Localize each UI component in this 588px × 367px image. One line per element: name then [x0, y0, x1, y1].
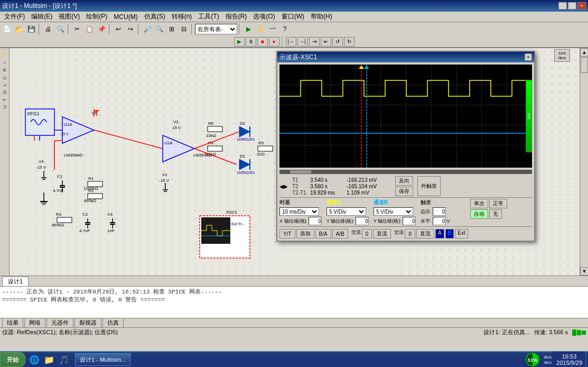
tab-components[interactable]: 元器件 [46, 318, 73, 328]
menu-edit[interactable]: 编辑(E) [28, 11, 55, 22]
single-button[interactable]: 单次 [470, 199, 488, 208]
print-button[interactable]: 🖨 [42, 23, 54, 35]
ext-icon[interactable]: Ext [455, 229, 468, 238]
ie-icon[interactable]: 🌐 [27, 353, 41, 366]
zoom-in-button[interactable]: 🔎 [142, 23, 153, 35]
panel-item-5[interactable]: L [2, 81, 8, 88]
panel-item-1[interactable]: ⚡ [2, 49, 8, 59]
paste-button[interactable]: 📌 [96, 23, 107, 35]
new-button[interactable]: 📄 [1, 23, 13, 35]
sim-step4-button[interactable]: ⇤ [321, 37, 331, 47]
ba-button[interactable]: B/A [315, 229, 331, 238]
panel-item-7[interactable]: T [2, 96, 8, 104]
trigger-level-input[interactable] [433, 217, 446, 225]
sim-reset-button[interactable]: ↺ [332, 37, 343, 47]
sim-record-button[interactable]: ● [269, 37, 279, 47]
panel-item-4[interactable]: C [2, 74, 8, 82]
menu-place[interactable]: 绘制(P) [83, 11, 110, 22]
trigger-edge-input[interactable] [433, 207, 446, 216]
sim-step3-button[interactable]: ⇥ [309, 37, 320, 47]
tab-design1[interactable]: 设计1 [2, 277, 29, 286]
channel-a-scale[interactable]: 5 V/Div [326, 207, 366, 216]
timebase-scale[interactable]: 10 ms/Div [279, 207, 319, 216]
explorer-icon[interactable]: 📁 [42, 353, 56, 366]
zoom-fit-button[interactable]: ⊞ [166, 23, 178, 35]
osc-scroll-thumb[interactable] [290, 170, 311, 173]
menu-view[interactable]: 视图(V) [55, 11, 83, 22]
menu-reports[interactable]: 报告(R) [222, 11, 250, 22]
menu-tools[interactable]: 工具(T) [195, 11, 222, 22]
scroll-thumb[interactable] [581, 57, 588, 73]
tab-results[interactable]: 结果 [2, 318, 23, 328]
sim-step2-button[interactable]: →| [297, 37, 308, 47]
channel-b-scale[interactable]: 5 V/Div [374, 207, 413, 216]
sim-rerun-button[interactable]: ↻ [344, 37, 354, 47]
menu-mcu[interactable]: MCU(M) [110, 12, 141, 22]
cha-dc1-button[interactable]: 0 [362, 229, 372, 238]
panel-item-2[interactable]: ~ [2, 59, 8, 66]
undo-button[interactable]: ↩ [113, 23, 124, 35]
minimize-button[interactable]: _ [558, 2, 567, 10]
run-button[interactable]: ▶ [242, 23, 254, 35]
wire-button[interactable]: 〰 [267, 23, 278, 35]
right-scrollbar[interactable]: ▲ ▼ [580, 48, 588, 276]
add-button[interactable]: 添加 [296, 229, 314, 238]
x-pos-input[interactable] [309, 217, 322, 225]
save-button[interactable]: 保存 [395, 187, 413, 196]
menu-simulate[interactable]: 仿真(S) [141, 11, 169, 22]
t1-arrows[interactable]: ◀▶ [279, 183, 290, 189]
zoom-area-button[interactable]: ⊟ [178, 23, 190, 35]
tab-split-view[interactable]: 裂视器 [74, 318, 101, 328]
ya-pos-input[interactable] [356, 217, 369, 225]
sim-pause-button[interactable]: ⏸ [246, 37, 256, 47]
none-button[interactable]: 无 [489, 209, 502, 219]
schematic-canvas[interactable]: XFG1 U1A -15 V LM358AD V5 U2A LM393AD V2… [10, 48, 580, 276]
menu-help[interactable]: 帮助(H) [307, 11, 335, 22]
print-preview-button[interactable]: 🔍 [54, 23, 66, 35]
menu-transfer[interactable]: 转移(n) [169, 11, 195, 22]
scroll-up-button[interactable]: ▲ [580, 48, 588, 57]
cha-direct-button[interactable]: 直流 [373, 229, 391, 238]
chb-direct-button[interactable]: 直流 [416, 229, 434, 238]
open-button[interactable]: 📂 [13, 23, 25, 35]
menu-file[interactable]: 文件(F) [1, 11, 28, 22]
copy-button[interactable]: 📋 [83, 23, 95, 35]
sim-play-button[interactable]: ▶ [234, 37, 245, 47]
ab-button[interactable]: A/B [332, 229, 348, 238]
chan-b-icon[interactable]: B [445, 229, 454, 238]
reverse-button[interactable]: 反向 [395, 176, 413, 186]
osc-scrollbar[interactable] [279, 170, 532, 174]
zoom-out-button[interactable]: 🔍 [154, 23, 165, 35]
tab-simulation[interactable]: 仿真 [102, 318, 124, 328]
auto-button[interactable]: 自动 [470, 209, 488, 219]
component-button[interactable]: ⚡ [255, 23, 266, 35]
view-dropdown[interactable]: 在所有表- [195, 24, 237, 34]
yb-pos-input[interactable] [403, 217, 416, 225]
yt-button[interactable]: Y/T [279, 229, 295, 238]
menu-window[interactable]: 窗口(W) [278, 11, 307, 22]
start-button[interactable]: 开始 [0, 352, 25, 367]
osc-title-bar[interactable]: 示波器-XSC1 × [277, 52, 534, 62]
chb-dc1-button[interactable]: 0 [405, 229, 415, 238]
maximize-button[interactable]: □ [568, 2, 576, 10]
normal-button[interactable]: 正常 [489, 199, 507, 208]
tab-network[interactable]: 网络 [24, 318, 45, 328]
ext-trigger-button[interactable]: 外触发 [417, 176, 441, 196]
scroll-track[interactable] [580, 57, 588, 267]
osc-close-button[interactable]: × [525, 53, 532, 61]
panel-item-3[interactable]: R [2, 66, 8, 74]
close-button[interactable]: × [577, 2, 586, 10]
scroll-down-button[interactable]: ▼ [580, 267, 588, 276]
panel-item-8[interactable]: U [2, 103, 8, 111]
cut-button[interactable]: ✂ [71, 23, 83, 35]
help-button[interactable]: ? [279, 23, 291, 35]
menu-options[interactable]: 选项(O) [250, 11, 278, 22]
sim-stop-button[interactable]: ■ [257, 37, 268, 47]
redo-button[interactable]: ↪ [125, 23, 136, 35]
panel-item-6[interactable]: D [2, 88, 8, 96]
taskbar-multisim[interactable]: 设计1 - Multisim... [75, 353, 130, 366]
sim-step1-button[interactable]: |→ [286, 37, 296, 47]
media-icon[interactable]: 🎵 [57, 353, 71, 366]
save-button[interactable]: 💾 [25, 23, 37, 35]
chan-a-icon[interactable]: A [435, 229, 444, 238]
